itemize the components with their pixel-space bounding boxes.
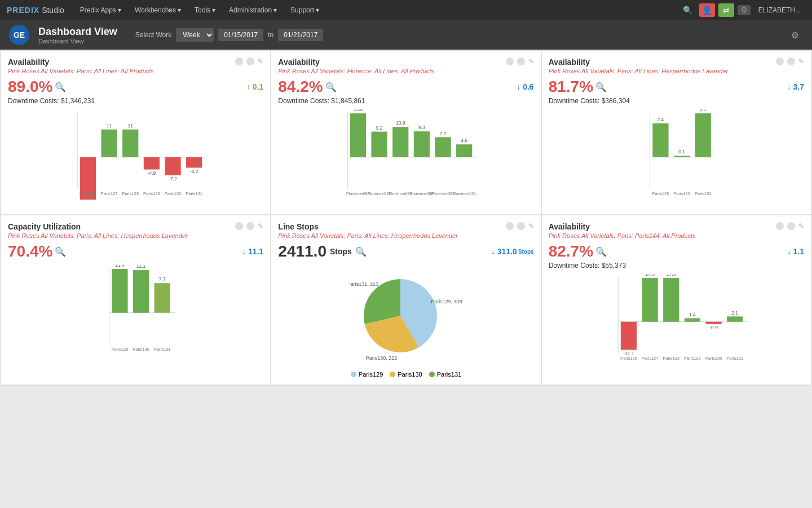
bar-axis-label: Paris130 [705, 356, 722, 361]
card-card2: Availability Pink Roses All Varietals: F… [271, 51, 540, 214]
brand-logo: PREDIX Studio [7, 6, 64, 15]
search-icon[interactable]: 🔍 [595, 246, 607, 257]
card-title: Availability [278, 58, 434, 67]
bar-label: 1.4 [689, 312, 696, 317]
card-edit-button[interactable]: ✎ [528, 222, 534, 230]
card-edit-button[interactable]: ✎ [258, 222, 263, 230]
bar-label: 11.4 [115, 265, 125, 268]
nav-tools[interactable]: Tools ▾ [188, 0, 222, 20]
nav-right: 🔍 👤 ⇄ 0 ELIZABETH... [680, 3, 805, 17]
card-action-1[interactable] [776, 222, 784, 230]
card-edit-button[interactable]: ✎ [528, 58, 534, 65]
metric-row: 82.7% 🔍 ↓ 1.1 [549, 242, 804, 260]
search-icon[interactable]: 🔍 [355, 246, 367, 257]
bar [350, 113, 366, 157]
bar-label: -7.2 [169, 176, 177, 182]
card-action-2[interactable] [787, 222, 795, 230]
card-subtitle: Pink Roses All Varietals: Paris: All Lin… [8, 68, 154, 74]
search-button[interactable]: 🔍 [680, 3, 696, 17]
legend-item: Paris131 [429, 371, 461, 378]
pie-label: Paris131, 213 [350, 281, 378, 287]
card-action-1[interactable] [776, 58, 784, 65]
dashboard-header: GE Dashboard View Dashboard View Select … [0, 20, 812, 50]
bar-label: 11 [107, 123, 112, 129]
metric-value: 2411.0 [278, 242, 326, 260]
metric-unit: Stops [330, 247, 352, 256]
card-title: Availability [8, 58, 154, 67]
pie-label: Paris129, 309 [431, 299, 462, 304]
legend-dot [351, 372, 356, 377]
card-card5: Line Stops Pink Roses All Varietals: Par… [271, 215, 540, 385]
card-subtitle: Pink Roses All Varietals: Paris: Paris14… [549, 232, 696, 239]
card-edit-button[interactable]: ✎ [798, 222, 804, 230]
search-icon[interactable]: 🔍 [55, 82, 66, 92]
dashboard-title: Dashboard View [38, 26, 117, 38]
legend-label: Paris131 [437, 371, 461, 378]
bar-label: 9.2 [376, 125, 383, 131]
nav-administration[interactable]: Administration ▾ [222, 0, 284, 20]
card-actions: ✎ [235, 222, 263, 230]
pie-chart: Paris129, 309Paris130, 222Paris131, 213 … [278, 265, 533, 378]
bar-chart: 2.4 Paris129 0.1 Paris130 3.1 Paris131 [549, 109, 804, 200]
card-action-2[interactable] [517, 58, 525, 65]
user-icon-button[interactable]: 👤 [699, 3, 715, 17]
card-action-1[interactable] [235, 222, 243, 230]
bar-label: -11.1 [623, 351, 634, 356]
switch-icon-button[interactable]: ⇄ [718, 3, 734, 17]
bar-axis-label: Paris129 [652, 191, 669, 196]
card-title: Capacity Utilization [8, 222, 188, 231]
card-title: Line Stops [278, 222, 458, 231]
card-action-2[interactable] [246, 222, 254, 230]
settings-button[interactable]: ⚙ [787, 27, 803, 43]
bar-axis-label: Paris129 [143, 191, 160, 196]
card-subtitle: Pink Roses All Varietals: Paris: All Lin… [549, 68, 729, 74]
date-from[interactable]: 01/15/2017 [218, 29, 263, 41]
legend-dot [429, 372, 435, 377]
bar-axis-label: Paris129 [684, 356, 701, 361]
period-select[interactable]: Week [176, 28, 214, 42]
card-action-2[interactable] [246, 58, 254, 65]
nav-predix-apps[interactable]: Predix Apps ▾ [73, 0, 128, 20]
card-edit-button[interactable]: ✎ [798, 58, 804, 65]
search-icon[interactable]: 🔍 [55, 246, 66, 257]
card-action-2[interactable] [517, 222, 525, 230]
card-edit-button[interactable]: ✎ [258, 58, 263, 65]
card-action-1[interactable] [235, 58, 243, 65]
bar [705, 322, 721, 324]
search-icon[interactable]: 🔍 [595, 82, 607, 92]
bar-label: 7.2 [440, 131, 447, 136]
legend-item: Paris130 [390, 371, 422, 378]
bar-axis-label: Paris131 [154, 347, 171, 352]
bar-label: 10.9 [396, 120, 405, 126]
card-title: Availability [549, 222, 696, 231]
bar-label: 4.6 [461, 138, 468, 143]
metric-value: 82.7% [549, 242, 593, 260]
user-label[interactable]: ELIZABETH... [754, 6, 805, 14]
card-action-2[interactable] [787, 58, 795, 65]
bar-axis-label: Paris130 [165, 191, 182, 196]
bar [684, 318, 700, 321]
legend-dot [390, 372, 395, 377]
metric-row: 89.0% 🔍 ↑ 0.1 [8, 78, 263, 96]
nav-workbenches[interactable]: Workbenches ▾ [128, 0, 188, 20]
bar-label: 2.1 [731, 310, 738, 316]
pie-legend: Paris129 Paris130 Paris131 [351, 371, 461, 378]
date-to[interactable]: 01/21/2017 [278, 29, 323, 41]
bar-label: -0.9 [709, 325, 718, 330]
date-to-label: to [268, 31, 273, 39]
top-nav: PREDIX Studio Predix Apps ▾ Workbenches … [0, 0, 812, 20]
bar-axis-label: Florence082 [389, 191, 413, 196]
bar [372, 131, 387, 157]
bar-axis-label: Paris131 [695, 191, 712, 196]
notification-badge[interactable]: 0 [738, 5, 751, 15]
card-action-1[interactable] [506, 58, 514, 65]
bar-axis-label: Paris128 [122, 191, 139, 196]
nav-support[interactable]: Support ▾ [284, 0, 326, 20]
dashboard-grid: Availability Pink Roses All Varietals: P… [0, 50, 812, 386]
card-card1: Availability Pink Roses All Varietals: P… [1, 51, 270, 214]
bar [122, 130, 138, 157]
card-action-1[interactable] [506, 222, 514, 230]
bar-chart: 11.4 Paris129 11.1 Paris130 7.7 Paris131 [8, 265, 263, 355]
search-icon[interactable]: 🔍 [325, 82, 337, 92]
bar [435, 137, 451, 157]
